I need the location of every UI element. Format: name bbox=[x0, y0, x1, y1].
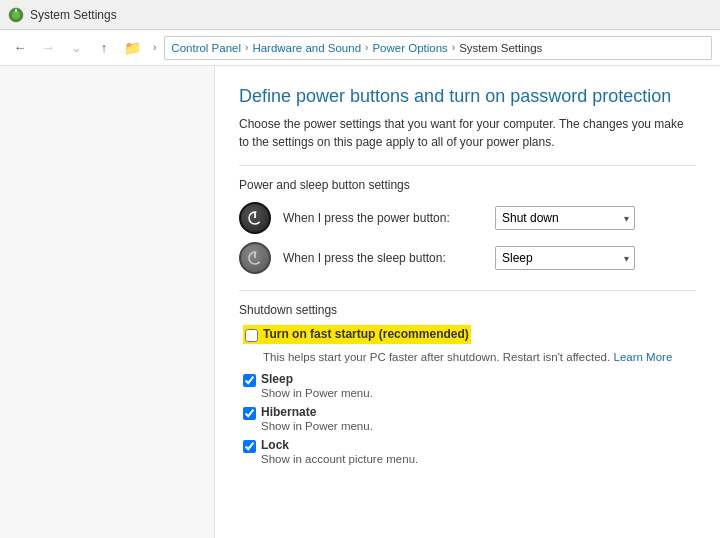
breadcrumb-current: System Settings bbox=[459, 42, 542, 54]
fast-startup-highlight: Turn on fast startup (recommended) bbox=[243, 325, 471, 344]
fast-startup-checkbox[interactable] bbox=[245, 329, 258, 342]
sleep-option-checkbox[interactable] bbox=[243, 374, 256, 387]
sleep-button-dropdown-wrapper: Sleep Hibernate Shut down Do nothing Tur… bbox=[495, 246, 635, 270]
power-section-label: Power and sleep button settings bbox=[239, 178, 696, 192]
lock-option-checkbox[interactable] bbox=[243, 440, 256, 453]
back-button[interactable]: ← bbox=[8, 36, 32, 60]
power-button-icon bbox=[239, 202, 271, 234]
breadcrumb-sep-0: › bbox=[153, 42, 156, 53]
main-layout: Define power buttons and turn on passwor… bbox=[0, 66, 720, 538]
breadcrumb: Control Panel › Hardware and Sound › Pow… bbox=[164, 36, 712, 60]
sleep-button-icon bbox=[239, 242, 271, 274]
breadcrumb-hardware-sound[interactable]: Hardware and Sound bbox=[252, 42, 361, 54]
title-bar: System Settings bbox=[0, 0, 720, 30]
sidebar bbox=[0, 66, 215, 538]
divider-shutdown bbox=[239, 290, 696, 291]
hibernate-option-label: Hibernate bbox=[261, 405, 373, 419]
address-bar: ← → ⌄ ↑ 📁 › Control Panel › Hardware and… bbox=[0, 30, 720, 66]
breadcrumb-sep-2: › bbox=[365, 42, 368, 53]
shutdown-section-label: Shutdown settings bbox=[239, 303, 696, 317]
fast-startup-row: Turn on fast startup (recommended) bbox=[243, 325, 696, 344]
lock-option-sublabel: Show in account picture menu. bbox=[261, 453, 418, 465]
lock-option-row: Lock Show in account picture menu. bbox=[243, 438, 696, 465]
button-settings: When I press the power button: Shut down… bbox=[239, 202, 696, 274]
hibernate-option-sublabel: Show in Power menu. bbox=[261, 420, 373, 432]
breadcrumb-power-options[interactable]: Power Options bbox=[372, 42, 447, 54]
power-button-dropdown-wrapper: Shut down Sleep Hibernate Do nothing Tur… bbox=[495, 206, 635, 230]
folder-icon: 📁 bbox=[124, 40, 141, 56]
shutdown-section: Shutdown settings Turn on fast startup (… bbox=[239, 303, 696, 465]
page-title: Define power buttons and turn on passwor… bbox=[239, 86, 696, 107]
down-arrow-button[interactable]: ⌄ bbox=[64, 36, 88, 60]
sleep-button-label: When I press the sleep button: bbox=[283, 251, 483, 265]
title-bar-icon bbox=[8, 7, 24, 23]
sleep-option-content: Sleep Show in Power menu. bbox=[261, 372, 373, 399]
breadcrumb-sep-3: › bbox=[452, 42, 455, 53]
power-button-row: When I press the power button: Shut down… bbox=[239, 202, 696, 234]
sleep-button-dropdown[interactable]: Sleep Hibernate Shut down Do nothing Tur… bbox=[495, 246, 635, 270]
sleep-option-sublabel: Show in Power menu. bbox=[261, 387, 373, 399]
svg-point-1 bbox=[12, 11, 20, 19]
fast-startup-sub: This helps start your PC faster after sh… bbox=[263, 350, 696, 364]
divider-power bbox=[239, 165, 696, 166]
power-icon-svg bbox=[247, 210, 263, 226]
lock-option-label: Lock bbox=[261, 438, 418, 452]
fast-startup-sublabel: This helps start your PC faster after sh… bbox=[263, 351, 610, 363]
fast-startup-content: Turn on fast startup (recommended) bbox=[263, 327, 469, 341]
power-button-dropdown[interactable]: Shut down Sleep Hibernate Do nothing Tur… bbox=[495, 206, 635, 230]
learn-more-link[interactable]: Learn More bbox=[613, 351, 672, 363]
sleep-icon-svg bbox=[247, 250, 263, 266]
content-area: Define power buttons and turn on passwor… bbox=[215, 66, 720, 538]
page-description: Choose the power settings that you want … bbox=[239, 115, 696, 151]
lock-option-content: Lock Show in account picture menu. bbox=[261, 438, 418, 465]
breadcrumb-sep-1: › bbox=[245, 42, 248, 53]
sleep-option-row: Sleep Show in Power menu. bbox=[243, 372, 696, 399]
hibernate-option-checkbox[interactable] bbox=[243, 407, 256, 420]
hibernate-option-row: Hibernate Show in Power menu. bbox=[243, 405, 696, 432]
title-bar-title: System Settings bbox=[30, 8, 117, 22]
fast-startup-label: Turn on fast startup (recommended) bbox=[263, 327, 469, 341]
hibernate-option-content: Hibernate Show in Power menu. bbox=[261, 405, 373, 432]
up-button[interactable]: ↑ bbox=[92, 36, 116, 60]
sleep-button-row: When I press the sleep button: Sleep Hib… bbox=[239, 242, 696, 274]
forward-button[interactable]: → bbox=[36, 36, 60, 60]
power-button-label: When I press the power button: bbox=[283, 211, 483, 225]
sleep-option-label: Sleep bbox=[261, 372, 373, 386]
breadcrumb-control-panel[interactable]: Control Panel bbox=[171, 42, 241, 54]
